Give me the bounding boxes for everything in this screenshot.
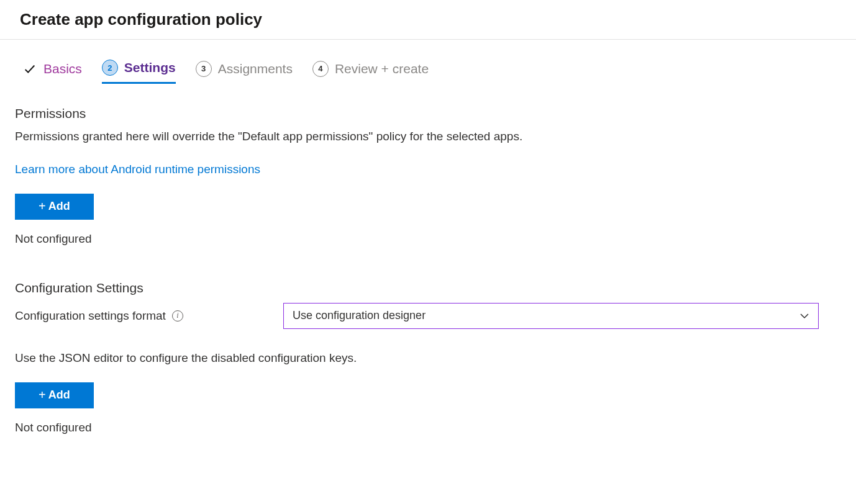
step-review-create[interactable]: 4 Review + create xyxy=(312,61,429,83)
permissions-status: Not configured xyxy=(15,232,841,246)
step-number-icon: 3 xyxy=(196,61,212,77)
step-navigation: Basics 2 Settings 3 Assignments 4 Review… xyxy=(15,40,841,84)
add-button-label: Add xyxy=(48,389,70,402)
permissions-description: Permissions granted here will override t… xyxy=(15,128,841,145)
step-number-icon: 2 xyxy=(102,60,118,76)
step-label: Basics xyxy=(43,61,82,76)
step-label: Review + create xyxy=(335,61,429,76)
config-status: Not configured xyxy=(15,421,841,434)
learn-more-link[interactable]: Learn more about Android runtime permiss… xyxy=(15,163,260,176)
config-format-row: Configuration settings format i Use conf… xyxy=(15,303,841,329)
plus-icon: + xyxy=(39,388,46,402)
info-icon[interactable]: i xyxy=(172,310,183,322)
config-format-label: Configuration settings format i xyxy=(15,309,283,323)
checkmark-icon xyxy=(22,61,37,76)
add-button-label: Add xyxy=(48,200,70,213)
permissions-section: Permissions Permissions granted here wil… xyxy=(15,106,841,258)
dropdown-value: Use configuration designer xyxy=(293,309,426,322)
config-settings-heading: Configuration Settings xyxy=(15,281,841,295)
step-number-icon: 4 xyxy=(312,61,329,77)
step-settings[interactable]: 2 Settings xyxy=(102,60,176,84)
step-label: Assignments xyxy=(218,61,293,76)
config-help-text: Use the JSON editor to configure the dis… xyxy=(15,351,841,365)
config-format-label-text: Configuration settings format xyxy=(15,309,166,323)
chevron-down-icon xyxy=(799,311,809,321)
step-basics[interactable]: Basics xyxy=(22,61,82,83)
step-assignments[interactable]: 3 Assignments xyxy=(196,61,293,83)
step-label: Settings xyxy=(124,60,176,75)
config-format-dropdown[interactable]: Use configuration designer xyxy=(283,303,819,329)
configuration-settings-section: Configuration Settings Configuration set… xyxy=(15,281,841,447)
plus-icon: + xyxy=(39,199,46,214)
page-title: Create app configuration policy xyxy=(20,10,841,29)
add-config-button[interactable]: +Add xyxy=(15,382,94,408)
add-permission-button[interactable]: +Add xyxy=(15,194,94,220)
permissions-heading: Permissions xyxy=(15,106,841,121)
